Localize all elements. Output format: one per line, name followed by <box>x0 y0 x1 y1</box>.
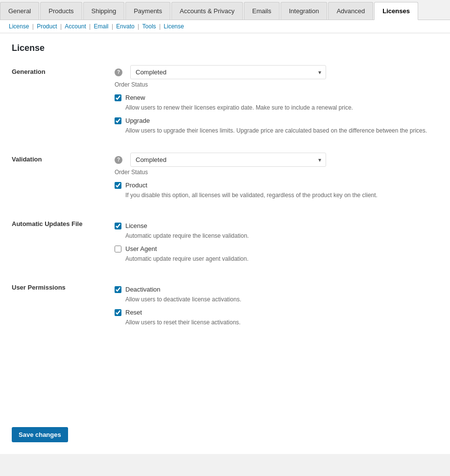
product-desc: If you disable this option, all licenses… <box>125 191 438 200</box>
user-agent-desc: Automatic update require user agent vali… <box>125 254 438 263</box>
subnav-envato[interactable]: Envato <box>116 23 134 30</box>
renew-checkbox[interactable] <box>115 94 121 101</box>
generation-section: Generation ? Completed Processing On Hol… <box>12 65 438 139</box>
save-button[interactable]: Save changes <box>12 427 68 442</box>
product-label[interactable]: Product <box>125 181 147 189</box>
reset-checkbox-row: Reset <box>115 309 438 316</box>
license-label[interactable]: License <box>125 222 147 229</box>
automatic-updates-text: Automatic Updates File <box>12 220 82 227</box>
validation-section: Validation ? Completed Processing On Hol… <box>12 153 438 204</box>
sub-nav: License | Product | Account | Email | En… <box>0 20 450 33</box>
main-content: License Generation ? Completed Processin… <box>0 33 450 454</box>
validation-dropdown[interactable]: Completed Processing On Hold Pending <box>130 153 326 167</box>
automatic-updates-control: License Automatic update require the lic… <box>115 217 438 267</box>
user-permissions-label: User Permissions <box>12 281 115 291</box>
deactivation-desc: Allow users to deactivate license activa… <box>125 295 438 304</box>
validation-label: Validation <box>12 153 115 163</box>
tab-products[interactable]: Products <box>40 2 82 20</box>
subnav-account[interactable]: Account <box>65 23 86 30</box>
validation-help-icon[interactable]: ? <box>115 156 122 164</box>
renew-checkbox-row: Renew <box>115 94 438 101</box>
automatic-updates-label: Automatic Updates File <box>12 217 115 227</box>
tab-advanced[interactable]: Advanced <box>328 2 373 20</box>
generation-field-desc: Order Status <box>115 81 438 88</box>
page-title: License <box>12 43 438 53</box>
tab-general[interactable]: General <box>0 2 39 20</box>
user-agent-checkbox-row: User Agent <box>115 245 438 252</box>
product-checkbox-row: Product <box>115 181 438 189</box>
renew-desc: Allow users to renew their licenses expi… <box>125 103 438 112</box>
generation-dropdown-wrapper: Completed Processing On Hold Pending <box>130 65 326 79</box>
deactivation-checkbox[interactable] <box>115 286 121 293</box>
generation-text: Generation <box>12 68 46 75</box>
generation-label: Generation <box>12 65 115 75</box>
reset-label[interactable]: Reset <box>125 309 142 316</box>
validation-text: Validation <box>12 156 42 163</box>
subnav-license2[interactable]: License <box>164 23 184 30</box>
automatic-updates-section: Automatic Updates File License Automatic… <box>12 217 438 267</box>
license-checkbox-row: License <box>115 222 438 229</box>
upgrade-label[interactable]: Upgrade <box>125 117 150 124</box>
tab-payments[interactable]: Payments <box>125 2 170 20</box>
subnav-license[interactable]: License <box>9 23 29 30</box>
deactivation-label[interactable]: Deactivation <box>125 286 161 293</box>
license-check-desc: Automatic update require the license val… <box>125 231 438 240</box>
upgrade-checkbox-row: Upgrade <box>115 117 438 124</box>
tabs-bar: General Products Shipping Payments Accou… <box>0 0 450 20</box>
upgrade-desc: Allow users to upgrade their licenes lim… <box>125 126 438 135</box>
reset-desc: Allow users to reset their license activ… <box>125 318 438 327</box>
tab-emails[interactable]: Emails <box>244 2 280 20</box>
user-permissions-text: User Permissions <box>12 284 66 291</box>
generation-control: ? Completed Processing On Hold Pending O… <box>115 65 438 139</box>
user-agent-label[interactable]: User Agent <box>125 245 157 252</box>
subnav-email[interactable]: Email <box>94 23 109 30</box>
tab-licenses[interactable]: Licenses <box>374 2 418 20</box>
tab-shipping[interactable]: Shipping <box>83 2 125 20</box>
user-permissions-section: User Permissions Deactivation Allow user… <box>12 281 438 331</box>
tab-accounts-privacy[interactable]: Accounts & Privacy <box>171 2 243 20</box>
reset-checkbox[interactable] <box>115 309 121 316</box>
user-permissions-control: Deactivation Allow users to deactivate l… <box>115 281 438 331</box>
license-checkbox[interactable] <box>115 223 121 229</box>
subnav-product[interactable]: Product <box>37 23 57 30</box>
validation-dropdown-wrapper: Completed Processing On Hold Pending <box>130 153 326 167</box>
renew-label[interactable]: Renew <box>125 94 145 101</box>
validation-control: ? Completed Processing On Hold Pending O… <box>115 153 438 204</box>
generation-help-icon[interactable]: ? <box>115 68 122 76</box>
generation-dropdown[interactable]: Completed Processing On Hold Pending <box>130 65 326 79</box>
tab-integration[interactable]: Integration <box>281 2 327 20</box>
product-checkbox[interactable] <box>115 182 121 189</box>
deactivation-checkbox-row: Deactivation <box>115 286 438 293</box>
validation-field-desc: Order Status <box>115 169 438 176</box>
subnav-tools[interactable]: Tools <box>142 23 156 30</box>
upgrade-checkbox[interactable] <box>115 117 121 124</box>
user-agent-checkbox[interactable] <box>115 246 121 252</box>
